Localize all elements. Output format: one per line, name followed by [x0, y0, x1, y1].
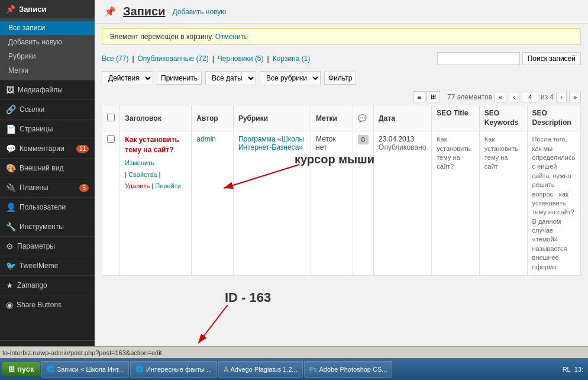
pages-icon: 📄	[6, 124, 16, 134]
filter-trash[interactable]: Корзина (1)	[273, 54, 311, 63]
row-checkbox[interactable]	[107, 135, 115, 143]
sidebar-item-pages[interactable]: 📄 Страницы	[0, 119, 95, 139]
row-seo-keywords-cell: Как установить тему на сайт	[479, 131, 527, 276]
sidebar-item-tools[interactable]: 🔧 Инструменты	[0, 217, 95, 236]
sidebar-item-comments[interactable]: 💬 Комментарии 11	[0, 139, 95, 158]
page-number-input[interactable]: 4	[522, 92, 538, 102]
sidebar-posts-submenu: Все записи Добавить новую Рубрики Метки	[0, 18, 95, 80]
post-title-link[interactable]: Как установить тему на сайт?	[125, 136, 179, 154]
pagination-row: ≡ ⊞ 77 элементов « ‹ 4 из 4 › »	[95, 89, 588, 105]
sidebar-item-categories[interactable]: Рубрики	[0, 49, 95, 63]
sidebar-item-all-posts[interactable]: Все записи	[0, 21, 95, 35]
select-all-header	[102, 105, 120, 131]
ps-icon: Ps	[309, 366, 317, 373]
sidebar-item-settings[interactable]: ⚙ Параметры	[0, 236, 95, 256]
settings-icon: ⚙	[6, 241, 14, 251]
dates-select[interactable]: Все даты	[205, 71, 256, 85]
plugins-badge: 5	[79, 184, 89, 192]
start-label: пуск	[17, 365, 34, 373]
total-pages-label: из 4	[541, 93, 554, 101]
row-checkbox-cell	[102, 131, 120, 276]
sidebar-item-appearance[interactable]: 🎨 Внешний вид	[0, 158, 95, 178]
taskbar-item-4[interactable]: Ps Adobe Photoshop CS...	[304, 361, 393, 378]
row-seo-desc-cell: После того, как мы определились с нишей …	[527, 131, 580, 276]
delete-post-link[interactable]: Удалить	[125, 182, 150, 189]
sidebar-item-links[interactable]: 🔗 Ссылки	[0, 99, 95, 119]
select-all-checkbox[interactable]	[107, 114, 115, 121]
notice-bar: Элемент перемещён в корзину. Отменить	[102, 28, 581, 45]
ie-icon-1: 🌐	[47, 365, 55, 373]
undo-link[interactable]: Отменить	[215, 33, 248, 41]
apply-button[interactable]: Применить	[157, 72, 202, 85]
id-arrow	[192, 305, 251, 349]
filter-drafts[interactable]: Черновики (5)	[218, 54, 264, 63]
tweetmeme-icon: 🐦	[6, 261, 16, 270]
taskbar-item-2-label: Интересные факты ...	[146, 366, 212, 373]
view-post-link[interactable]: Перейти	[155, 182, 181, 189]
row-seo-title-cell: Как установить тему на сайт?	[432, 131, 480, 276]
search-button[interactable]: Поиск записей	[522, 52, 581, 65]
time-display: 13:	[574, 366, 583, 373]
advego-icon: A	[224, 366, 228, 373]
total-count: 77 элементов	[447, 93, 492, 101]
start-button[interactable]: ⊞ пуск	[2, 362, 40, 376]
comments-badge: 11	[76, 145, 89, 153]
sidebar-share-buttons-label: Share Buttons	[17, 301, 62, 309]
row-tags-cell: Меток нет	[311, 131, 353, 276]
taskbar-item-1-label: Записи < Школа Инт...	[57, 366, 124, 373]
prev-page-button[interactable]: ‹	[509, 92, 519, 102]
search-input[interactable]	[437, 52, 520, 65]
grid-view-button[interactable]: ⊞	[427, 91, 440, 102]
next-page-button[interactable]: ›	[556, 92, 567, 102]
col-header-seo-title: SEO Title	[432, 105, 480, 131]
sidebar-item-tags[interactable]: Метки	[0, 63, 95, 78]
row-date-cell: 23.04.2013 Опубликовано	[374, 131, 432, 276]
filter-all[interactable]: Все (77)	[102, 54, 128, 63]
comments-icon: 💬	[6, 144, 16, 153]
bulk-actions-select[interactable]: Действия	[102, 71, 153, 85]
sidebar-zamango-label: Zamango	[17, 281, 47, 289]
last-page-button[interactable]: »	[569, 92, 581, 102]
tools-icon: 🔧	[6, 222, 16, 231]
add-new-link[interactable]: Добавить новую	[172, 8, 226, 16]
col-header-comments: 💬	[353, 105, 373, 131]
share-buttons-icon: ◉	[6, 300, 13, 310]
sidebar-item-add-new[interactable]: Добавить новую	[0, 35, 95, 49]
filter-button[interactable]: Фильтр	[324, 72, 356, 85]
quick-edit-link[interactable]: Свойства	[128, 171, 157, 178]
taskbar-item-1[interactable]: 🌐 Записи < Школа Инт...	[41, 361, 130, 378]
filter-published[interactable]: Опубликованные (72)	[138, 54, 209, 63]
sidebar-item-share-buttons[interactable]: ◉ Share Buttons	[0, 295, 95, 314]
comment-count: 0	[358, 135, 369, 144]
sidebar-appearance-label: Внешний вид	[20, 164, 63, 172]
taskbar-item-4-label: Adobe Photoshop CS...	[319, 366, 387, 373]
sidebar-users-label: Пользователи	[20, 203, 66, 211]
taskbar-item-3[interactable]: A Advego Plagiatus 1.2...	[218, 361, 302, 378]
author-link[interactable]: admin	[196, 135, 216, 143]
links-icon: 🔗	[6, 105, 16, 114]
sidebar-title: Записи	[19, 5, 46, 14]
sidebar-tweetmeme-label: TweetMeme	[20, 262, 58, 270]
first-page-button[interactable]: «	[495, 92, 506, 102]
sidebar: 📌 Записи Все записи Добавить новую Рубри…	[0, 0, 95, 358]
header-pin-icon: 📌	[104, 6, 116, 17]
zamango-icon: ★	[6, 281, 14, 290]
sidebar-item-plugins[interactable]: 🔌 Плагины 5	[0, 178, 95, 197]
main-content: 📌 Записи Добавить новую Элемент перемещё…	[95, 0, 588, 358]
sidebar-item-media[interactable]: 🖼 Медиафайлы	[0, 80, 95, 99]
svg-line-3	[198, 305, 228, 343]
taskbar-item-2[interactable]: 🌐 Интересные факты ...	[130, 361, 217, 378]
category-link[interactable]: Программа «Школы Интернет-Бизнеса»	[238, 135, 304, 152]
id-annotation-label: ID - 163	[225, 290, 271, 305]
sidebar-item-tweetmeme[interactable]: 🐦 TweetMeme	[0, 256, 95, 275]
edit-post-link[interactable]: Изменить	[125, 159, 154, 166]
categories-select[interactable]: Все рубрики	[260, 71, 321, 85]
status-url: to-interbiz.ru/wp-admin/post.php?post=16…	[2, 349, 162, 356]
col-header-title: Заголовок	[120, 105, 192, 131]
sidebar-links-label: Ссылки	[20, 105, 44, 114]
sidebar-media-label: Медиафайлы	[18, 86, 63, 94]
sidebar-item-zamango[interactable]: ★ Zamango	[0, 275, 95, 295]
list-view-button[interactable]: ≡	[413, 91, 425, 102]
sidebar-item-users[interactable]: 👤 Пользователи	[0, 197, 95, 217]
media-icon: 🖼	[6, 85, 14, 95]
